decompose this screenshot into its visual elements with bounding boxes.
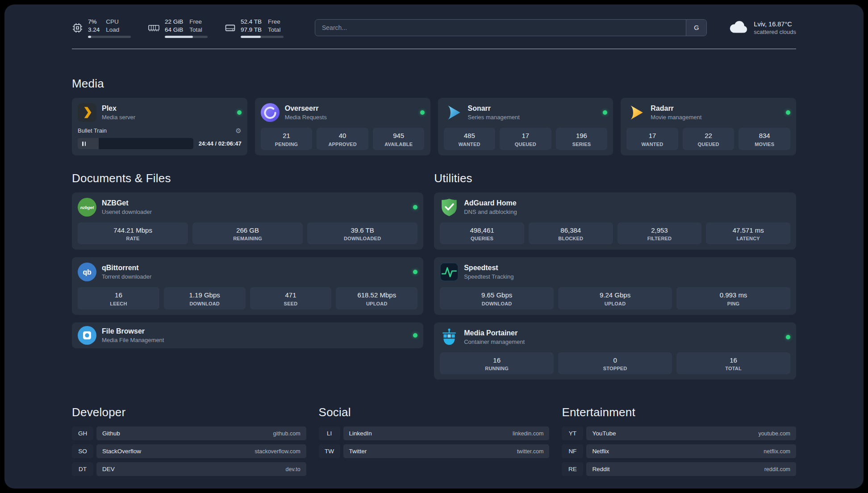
section-title-media: Media [72,77,796,91]
stat-label: PENDING [263,142,311,147]
stat-tile: 0 STOPPED [558,352,672,375]
status-indicator [413,205,417,209]
stat-value: 498,461 [442,226,522,235]
filebrowser-icon [78,326,96,345]
bookmark-github[interactable]: GH Github github.com [72,426,306,440]
service-card-sonarr[interactable]: Sonarr Series management 485 WANTED 17 Q… [438,98,613,155]
stat-tile: 40 APPROVED [317,128,368,150]
stat-value: 945 [375,131,423,140]
service-card-radarr[interactable]: Radarr Movie management 17 WANTED 22 QUE… [621,98,796,155]
plex-now-playing: Bullet Train ⚙ 24:44 / 02:06:47 [78,127,242,149]
service-card-nzbget[interactable]: nzbget NZBGet Usenet downloader 744.21 M… [72,192,423,250]
bookmark-name: Twitter [349,448,367,455]
stat-label: FILTERED [619,236,700,241]
service-name: Radarr [651,104,701,113]
stat-tile: 86,384 BLOCKED [529,222,613,245]
service-name: Plex [102,104,135,113]
stat-tile: 744.21 Mbps RATE [78,222,188,245]
radarr-icon [626,103,645,122]
stat-tile: 618.52 Mbps UPLOAD [336,287,417,309]
stat-value: 0.993 ms [678,291,789,300]
stat-label: SEED [252,301,330,306]
stat-label: WANTED [446,142,494,147]
search-input[interactable] [315,20,686,36]
stat-tile: 47.571 ms LATENCY [706,222,790,245]
service-card-plex[interactable]: Plex Media server Bullet Train ⚙ [72,98,247,155]
stat-value: 16 [678,356,789,365]
service-name: File Browser [102,327,164,336]
bookmark-reddit[interactable]: RE Reddit reddit.com [562,462,796,476]
stat-tile: 17 QUEUED [500,128,551,150]
service-card-overseerr[interactable]: Overseerr Media Requests 21 PENDING 40 A… [255,98,430,155]
stat-tile: 21 PENDING [261,128,313,150]
service-name: AdGuard Home [464,199,517,208]
weather-widget: Lviv, 16.87°C scattered clouds [727,20,796,36]
stat-label: APPROVED [318,142,367,147]
pause-button[interactable] [82,142,86,146]
bookmark-url: netflix.com [764,448,790,455]
disk-label-bottom: Total [268,26,281,34]
service-desc: Usenet downloader [102,209,152,216]
memory-free: 22 GiB [165,18,183,26]
sonarr-icon [444,103,463,122]
bookmark-url: github.com [273,430,300,437]
bookmark-stackoverflow[interactable]: SO StackOverflow stackoverflow.com [72,444,306,458]
stat-value: 485 [446,131,494,140]
bookmark-group-entertainment: Entertainment YT YouTube youtube.com NF … [562,405,796,480]
settings-icon[interactable]: ⚙ [235,127,241,134]
bookmark-url: reddit.com [764,466,790,472]
bookmark-youtube[interactable]: YT YouTube youtube.com [562,426,796,440]
dashboard-content: 7% 3.24 CPU Load [72,4,796,480]
media-grid: Plex Media server Bullet Train ⚙ [72,98,796,155]
service-desc: Speedtest Tracking [464,273,513,280]
service-card-adguard[interactable]: AdGuard Home DNS and adblocking 498,461 … [434,192,796,250]
stat-label: DOWNLOAD [166,301,244,306]
stat-value: 1.19 Gbps [166,291,244,300]
stat-value: 834 [740,131,789,140]
stat-value: 266 GB [194,226,301,235]
memory-widget: 22 GiB 64 GiB Free Total [148,18,208,38]
bookmark-linkedin[interactable]: LI LinkedIn linkedin.com [319,426,550,440]
stat-label: BLOCKED [530,236,611,241]
bookmark-twitter[interactable]: TW Twitter twitter.com [319,444,550,458]
service-name: Overseerr [285,104,327,113]
seek-bar[interactable] [78,138,193,149]
stat-value: 21 [263,131,311,140]
stat-label: TOTAL [678,366,789,371]
service-card-speedtest[interactable]: Speedtest Speedtest Tracking 9.65 Gbps D… [434,257,796,315]
section-documents: Documents & Files nzbget NZBGet U [72,171,423,380]
bookmark-url: linkedin.com [513,430,543,437]
memory-total: 64 GiB [165,26,183,34]
stat-label: RATE [79,236,186,241]
portainer-icon [440,328,459,347]
plex-icon [78,103,96,122]
service-card-filebrowser[interactable]: File Browser Media File Management [72,322,423,348]
service-card-portainer[interactable]: Media Portainer Container management 16 … [434,322,796,380]
stat-tile: 945 AVAILABLE [373,128,425,150]
stat-value: 2,953 [619,226,700,235]
bookmark-netflix[interactable]: NF Netflix netflix.com [562,444,796,458]
stat-tile: 39.6 TB DOWNLOADED [307,222,417,245]
disk-label-top: Free [268,18,281,26]
service-card-qbittorrent[interactable]: qb qBittorrent Torrent downloader 16 LEE… [72,257,423,315]
section-title-documents: Documents & Files [72,171,423,185]
cpu-percent: 7% [88,18,100,26]
status-indicator [420,110,425,115]
service-desc: Media Requests [285,114,327,121]
disk-icon [225,22,236,33]
stat-value: 17 [501,131,550,140]
stat-tile: 0.993 ms PING [676,287,790,309]
speedtest-icon [440,263,459,281]
bookmark-dev[interactable]: DT DEV dev.to [72,462,306,476]
stat-label: SERIES [558,142,606,147]
service-desc: Torrent downloader [102,273,151,280]
stat-tile: 2,953 FILTERED [618,222,702,245]
stat-value: 47.571 ms [708,226,789,235]
cpu-label-top: CPU [106,18,119,26]
service-desc: Media server [102,114,135,121]
memory-icon [148,23,160,33]
search-provider-button[interactable]: G [686,20,706,36]
bookmark-name: Netflix [592,448,609,455]
section-media: Media Plex Media server [72,77,796,155]
topbar-divider [72,49,796,50]
